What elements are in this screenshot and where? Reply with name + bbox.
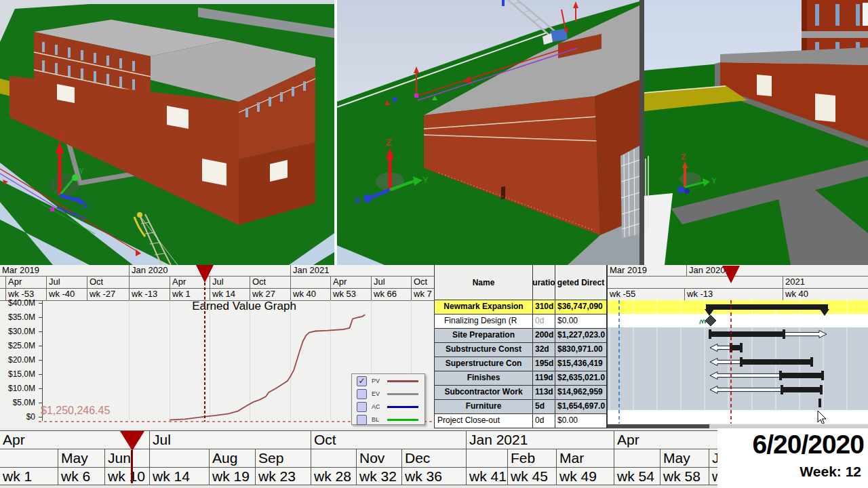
task-row[interactable]: Site Preparation200d$1,227,023.0	[435, 329, 608, 343]
legend-checkbox-ev[interactable]	[357, 389, 367, 399]
timeline-month-cell[interactable]	[614, 449, 660, 467]
timeline-months-row[interactable]: MayJunAugSepNovDecFebMarMayJu	[0, 449, 717, 468]
gantt-hscrollbar-thumb[interactable]	[608, 424, 709, 428]
viewport-3d-left[interactable]: Z Y X	[0, 0, 334, 265]
task-name: Project Close-out	[435, 414, 533, 428]
gantt-playhead-marker[interactable]	[722, 266, 740, 283]
door	[757, 75, 772, 96]
timeline-month-cell[interactable]: Aug	[209, 449, 255, 467]
task-row[interactable]: Finalizing Design (R0d$0.00	[435, 314, 608, 329]
task-row[interactable]: Newmark Expansion310d$36,747,090	[435, 300, 608, 314]
task-row[interactable]: Project Close-out0d$0.00	[435, 414, 608, 428]
timeline-month-cell[interactable]: Dec	[401, 449, 466, 467]
timeline-month-cell[interactable]: May	[660, 449, 709, 467]
legend-checkbox-pv[interactable]: ✓	[357, 376, 367, 386]
task-duration: 32d	[533, 343, 555, 357]
task-cost: $36,747,090	[555, 300, 607, 314]
timeline-month-cell[interactable]	[466, 449, 507, 467]
legend-checkbox-bl[interactable]	[357, 415, 367, 425]
task-cost: $0.00	[555, 314, 607, 328]
timeline-week-cell[interactable]: wk 28	[311, 468, 356, 485]
timeline-month-cell[interactable]: Nov	[356, 449, 401, 467]
gantt-timeline-cell[interactable]: Jan 2020	[686, 265, 868, 276]
viewport-3d-right[interactable]: Z Y	[644, 0, 868, 265]
task-row[interactable]: Superstructure Con195d$15,436,419	[435, 357, 608, 371]
timeline-week-cell[interactable]: wk 1	[0, 468, 58, 485]
column-header[interactable]: uratio	[533, 265, 555, 300]
timeline-month-cell[interactable]: Jun	[104, 449, 149, 467]
ev-playhead-marker[interactable]	[196, 265, 214, 283]
timeline-quarter-cell[interactable]: Oct	[311, 431, 466, 449]
timeline-month-cell[interactable]: Feb	[507, 449, 556, 467]
gantt-timeline-cell[interactable]: Mar 2019	[608, 265, 686, 276]
gantt-timeline-cell[interactable]: wk -55	[608, 289, 684, 300]
legend-checkbox-ac[interactable]	[357, 402, 367, 412]
task-row[interactable]: Substructure Const32d$830,971.00	[435, 343, 608, 357]
legend-label: BL	[372, 416, 379, 423]
timeline-month-cell[interactable]: Mar	[556, 449, 614, 467]
legend-row-ac: AC	[352, 401, 425, 413]
timeline-weeks-row[interactable]: wk 1wk 6wk 10wk 14wk 19wk 23wk 28wk 32wk…	[0, 468, 717, 485]
timeline-week-cell[interactable]: wk 45	[507, 468, 556, 485]
timeline-week-cell[interactable]: wk 19	[209, 468, 255, 485]
timeline-week-cell[interactable]: wk 23	[255, 468, 311, 485]
timeline-quarter-cell[interactable]: Apr	[614, 431, 717, 449]
gantt-timeline-cell[interactable]: wk 40	[783, 289, 868, 300]
task-name: Substructure Const	[435, 343, 533, 357]
timeline-month-cell[interactable]	[311, 449, 356, 467]
task-row[interactable]: Furniture5d$1,654,697.0	[435, 400, 608, 414]
task-row[interactable]: Finishes119d$2,635,021.0	[435, 371, 608, 386]
legend-line-swatch	[387, 393, 418, 395]
timeline-playhead-marker[interactable]	[120, 431, 144, 451]
timeline-week-cell[interactable]: wk 6	[58, 468, 104, 485]
timeline-week-cell[interactable]: w	[709, 468, 717, 485]
task-name: Site Preparation	[435, 329, 533, 342]
timeline-week-cell[interactable]: wk 54	[614, 468, 660, 485]
current-date: 6/20/2020	[752, 430, 864, 460]
task-duration: 0d	[533, 314, 555, 328]
timeline-week-cell[interactable]: wk 58	[660, 468, 709, 485]
svg-text:X: X	[83, 201, 88, 211]
legend-row-bl: BL	[352, 413, 425, 426]
timeline-month-cell[interactable]	[0, 449, 58, 467]
timeline-week-cell[interactable]: wk 10	[104, 468, 149, 485]
scaffold	[620, 146, 639, 239]
timeline-playhead-stem	[131, 450, 133, 483]
legend-label: PV	[372, 378, 380, 384]
timeline-week-cell[interactable]: wk 36	[401, 468, 466, 485]
legend-row-pv: ✓PV	[352, 375, 425, 387]
timeline-week-cell[interactable]: wk 32	[356, 468, 401, 485]
svg-text:Y: Y	[422, 175, 429, 185]
mouse-cursor-icon	[818, 411, 826, 424]
timeline-quarters-row[interactable]: AprJulOctJan 2021Apr	[0, 431, 717, 449]
earned-value-panel: Mar 2019Jan 2020Jan 2021 AprJulOctAprJul…	[0, 265, 435, 428]
legend-line-swatch	[387, 380, 418, 382]
column-header[interactable]: geted Direct	[555, 265, 607, 300]
date-hud: 6/20/2020 Week: 12	[717, 428, 868, 488]
task-row[interactable]: Subcontractor Work113d$14,962,959	[435, 386, 608, 400]
viewport-left-scene: Z Y X	[0, 0, 334, 265]
task-duration: 119d	[533, 371, 555, 385]
viewport-3d-center[interactable]: Z Y X	[337, 0, 639, 265]
timeline-week-cell[interactable]: wk 14	[149, 468, 209, 485]
task-name: Superstructure Con	[435, 357, 533, 371]
task-name: Finishes	[435, 371, 533, 385]
column-header[interactable]: Name	[435, 265, 533, 300]
gantt-timeline-cell[interactable]: 2021	[783, 277, 868, 288]
timeline-week-cell[interactable]: wk 41	[466, 468, 507, 485]
task-duration: 5d	[533, 400, 555, 413]
timeline-quarter-cell[interactable]: Jan 2021	[466, 431, 614, 449]
master-timeline[interactable]: AprJulOctJan 2021Apr MayJunAugSepNovDecF…	[0, 430, 717, 485]
timeline-month-cell[interactable]: May	[58, 449, 104, 467]
timeline-month-cell[interactable]: Ju	[709, 449, 717, 467]
legend-row-ev: EV	[352, 388, 425, 400]
gantt-timeline-cell[interactable]	[608, 277, 783, 288]
ev-current-value: $1,250,246.45	[41, 405, 110, 417]
task-name: Finalizing Design (R	[435, 314, 533, 328]
timeline-month-cell[interactable]: Sep	[255, 449, 311, 467]
gantt-timeline-cell[interactable]: wk -13	[684, 289, 783, 300]
timeline-week-cell[interactable]: wk 49	[556, 468, 614, 485]
timeline-month-cell[interactable]	[149, 449, 209, 467]
svg-text:Y: Y	[79, 167, 84, 176]
timeline-quarter-cell[interactable]: Jul	[149, 431, 311, 449]
